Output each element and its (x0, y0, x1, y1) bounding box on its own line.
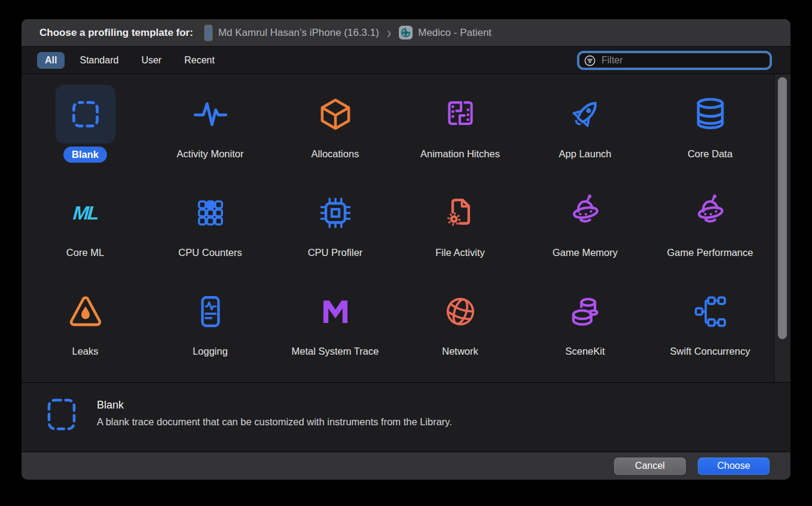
template-item-cpu-counters[interactable]: CPU Counters (148, 184, 273, 282)
template-label: Leaks (72, 346, 98, 357)
template-label: App Launch (558, 148, 611, 160)
chevron-separator-icon: › (387, 25, 391, 41)
cpu-counters-icon (181, 184, 240, 242)
dialog-title: Choose a profiling template for: (39, 27, 193, 39)
logging-icon (181, 282, 240, 341)
template-grid: BlankActivity MonitorAllocations Animati… (22, 74, 774, 382)
tab-bar-tabs: AllStandardUserRecent (37, 52, 230, 69)
filter-input[interactable] (600, 54, 765, 66)
template-item-file-activity[interactable]: File Activity (398, 184, 523, 282)
game-memory-icon (555, 184, 615, 242)
selected-template-detail: Blank A blank trace document that can be… (22, 383, 790, 452)
template-item-core-ml[interactable]: MLCore ML (23, 184, 148, 282)
template-item-game-memory[interactable]: Game Memory (523, 184, 648, 282)
template-item-network[interactable]: Network (398, 282, 523, 381)
template-label: Metal System Trace (292, 346, 379, 357)
device-name: Md Kamrul Hasan’s iPhone (16.3.1) (218, 27, 379, 39)
swift-concurrency-icon (680, 282, 740, 341)
template-item-app-launch[interactable]: App Launch (523, 85, 648, 184)
filter-field[interactable] (579, 53, 770, 68)
template-chooser-dialog: Choose a profiling template for: Md Kamr… (22, 19, 790, 480)
cancel-button[interactable]: Cancel (614, 458, 686, 475)
template-item-leaks[interactable]: Leaks (23, 282, 148, 381)
template-item-core-data[interactable]: Core Data (648, 85, 773, 184)
choose-button[interactable]: Choose (698, 458, 770, 475)
template-label: Game Memory (552, 247, 618, 258)
template-label: Blank (63, 147, 107, 163)
tab-standard[interactable]: Standard (72, 52, 126, 69)
template-label: CPU Counters (178, 247, 242, 258)
template-item-logging[interactable]: Logging (148, 282, 273, 381)
template-item-blank[interactable]: Blank (23, 85, 148, 184)
app-launch-icon (555, 85, 615, 144)
template-item-swift-concurrency[interactable]: Swift Concurrency (648, 282, 773, 381)
detail-title: Blank (97, 399, 452, 411)
template-label: File Activity (435, 247, 485, 258)
template-label: Allocations (312, 148, 359, 160)
template-label: Animation Hitches (420, 148, 500, 160)
animation-hitches-icon (431, 85, 490, 144)
activity-monitor-icon (181, 85, 240, 144)
template-label: Network (442, 346, 478, 357)
template-label: Core Data (688, 148, 732, 160)
scrollbar-thumb[interactable] (778, 77, 787, 339)
tab-user[interactable]: User (133, 52, 169, 69)
allocations-icon (306, 85, 365, 144)
template-item-allocations[interactable]: Allocations (273, 85, 398, 184)
core-data-icon (680, 85, 740, 144)
template-item-cpu-profiler[interactable]: CPU Profiler (273, 184, 398, 282)
template-item-metal[interactable]: Metal System Trace (273, 282, 398, 381)
metal-icon (306, 282, 365, 341)
target-app-name: Medico - Patient (418, 27, 492, 39)
template-label: SceneKit (565, 346, 605, 357)
dialog-title-bar: Choose a profiling template for: Md Kamr… (22, 19, 790, 47)
template-grid-area: BlankActivity MonitorAllocations Animati… (22, 74, 790, 383)
tab-all[interactable]: All (37, 52, 65, 69)
tab-bar: AllStandardUserRecent (22, 47, 790, 74)
template-item-activity-monitor[interactable]: Activity Monitor (148, 85, 273, 184)
dialog-footer: Cancel Choose (22, 452, 790, 480)
scrollbar-track[interactable] (774, 74, 790, 382)
game-performance-icon (680, 184, 740, 242)
template-label: CPU Profiler (308, 247, 363, 258)
template-item-animation-hitches[interactable]: Animation Hitches (398, 85, 523, 184)
template-label: Game Performance (667, 247, 753, 258)
tab-recent[interactable]: Recent (176, 52, 222, 69)
leaks-icon (56, 282, 115, 341)
filter-icon (584, 54, 596, 67)
target-app-icon (399, 26, 413, 39)
file-activity-icon (431, 184, 490, 242)
core-ml-icon: ML (56, 184, 115, 242)
template-label: Activity Monitor (177, 148, 244, 160)
iphone-device-icon (204, 25, 213, 41)
detail-description: A blank trace document that can be custo… (97, 416, 452, 428)
template-label: Logging (193, 346, 228, 357)
scenekit-icon (555, 282, 615, 341)
svg-text:ML: ML (72, 202, 99, 224)
template-item-game-performance[interactable]: Game Performance (648, 184, 773, 282)
cpu-profiler-icon (306, 184, 365, 242)
template-item-scenekit[interactable]: SceneKit (523, 282, 648, 381)
blank-detail-icon (47, 398, 77, 431)
network-icon (431, 282, 490, 341)
blank-icon (56, 85, 115, 144)
template-label: Swift Concurrency (670, 346, 750, 357)
template-label: Core ML (66, 247, 104, 258)
